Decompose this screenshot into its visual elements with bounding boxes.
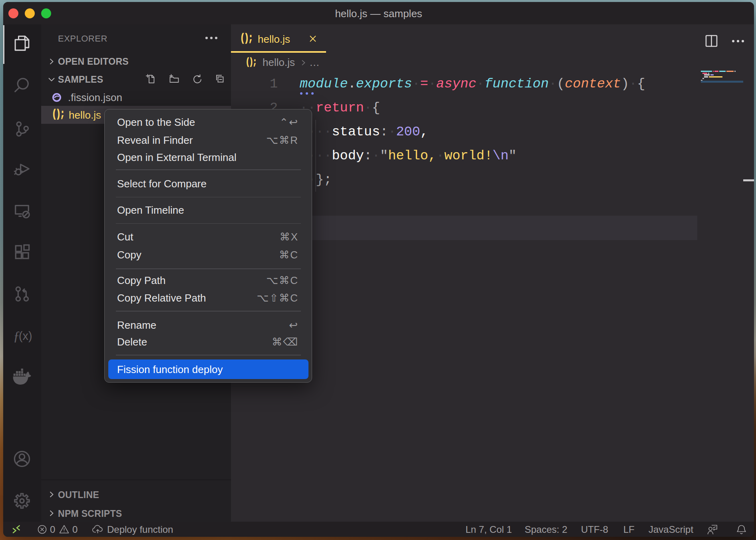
svg-text:(x): (x) — [19, 330, 32, 342]
